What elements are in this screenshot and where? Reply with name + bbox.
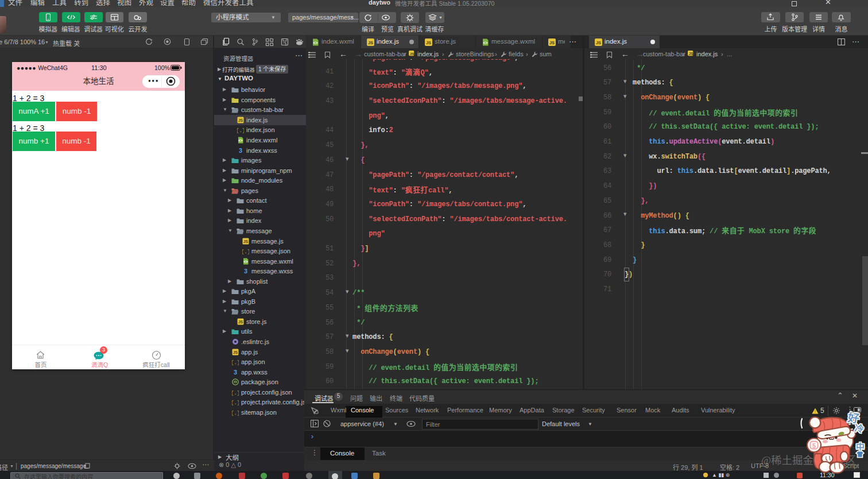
svg-text:{.}: {.} xyxy=(232,360,239,366)
svg-text:<>: <> xyxy=(238,138,243,142)
svg-text:JS: JS xyxy=(596,40,601,45)
svg-text:<>: <> xyxy=(313,40,317,44)
svg-text:5: 5 xyxy=(812,442,816,449)
svg-text:JS: JS xyxy=(426,40,431,45)
svg-text:JS: JS xyxy=(549,40,555,45)
svg-text:{.}: {.} xyxy=(232,389,239,396)
svg-text:JS: JS xyxy=(243,240,249,244)
svg-text:!: ! xyxy=(815,410,816,414)
svg-text:JS: JS xyxy=(410,52,414,56)
svg-text:3: 3 xyxy=(239,147,242,154)
svg-text:{.}: {.} xyxy=(232,400,239,406)
svg-text:{.}: {.} xyxy=(242,249,249,255)
svg-text:3: 3 xyxy=(234,369,237,376)
svg-text:JS: JS xyxy=(689,52,693,56)
svg-text:3: 3 xyxy=(244,268,247,275)
svg-text:<>: <> xyxy=(243,260,248,264)
svg-text:JS: JS xyxy=(238,320,243,324)
svg-text:JS: JS xyxy=(238,118,243,122)
svg-text:{.}: {.} xyxy=(237,128,244,134)
svg-text:JS: JS xyxy=(368,40,373,45)
svg-text:<>: <> xyxy=(483,40,487,44)
svg-text:JS: JS xyxy=(233,350,238,354)
svg-text:{.}: {.} xyxy=(232,410,239,416)
